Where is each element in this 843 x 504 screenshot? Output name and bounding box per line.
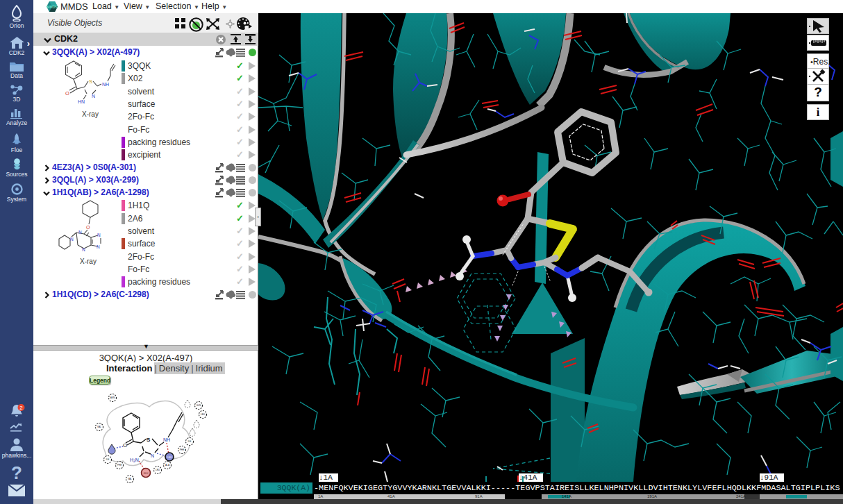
svg-text:N: N	[151, 453, 154, 458]
svg-text:N: N	[97, 244, 100, 249]
svg-text:H2N: H2N	[130, 457, 139, 463]
svg-text:N: N	[92, 94, 95, 99]
svg-text:LEU: LEU	[167, 456, 172, 459]
svg-text:N: N	[82, 247, 85, 252]
svg-text:X-ray: X-ray	[82, 110, 99, 118]
svg-text:NH: NH	[102, 82, 109, 87]
svg-text:PHE: PHE	[117, 464, 122, 467]
svg-text:LEU: LEU	[201, 413, 206, 416]
svg-text:O: O	[65, 90, 69, 96]
svg-text:VAL: VAL	[128, 478, 132, 480]
svg-text:MMDS: MMDS	[47, 5, 58, 9]
svg-text:PHE: PHE	[180, 448, 185, 451]
svg-text:S: S	[147, 437, 151, 443]
svg-text:LEU: LEU	[156, 469, 160, 471]
svg-text:X-ray: X-ray	[80, 258, 97, 265]
svg-text:O: O	[86, 225, 90, 230]
svg-text:ASN: ASN	[110, 396, 115, 399]
svg-text:NH: NH	[163, 437, 170, 442]
svg-text:GLN: GLN	[197, 404, 201, 407]
svg-text:ALA: ALA	[165, 464, 170, 467]
svg-text:GLU: GLU	[144, 472, 149, 475]
svg-text:ILE: ILE	[188, 440, 192, 443]
svg-text:2: 2	[19, 405, 23, 411]
svg-text:HN: HN	[78, 99, 85, 104]
svg-text:O: O	[123, 442, 127, 448]
svg-text:N: N	[78, 230, 82, 235]
svg-text:ILE: ILE	[106, 458, 110, 461]
svg-text:VAL: VAL	[97, 426, 101, 428]
svg-text:N: N	[97, 233, 101, 237]
svg-text:S: S	[89, 78, 92, 85]
svg-text:N: N	[70, 237, 74, 242]
